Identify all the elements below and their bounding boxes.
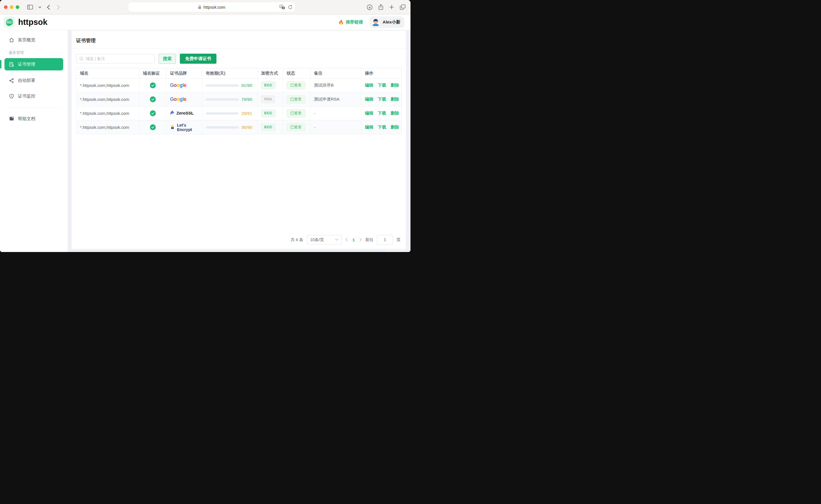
- verified-check-icon: [150, 124, 156, 130]
- validity-progress: [206, 98, 239, 101]
- edit-link[interactable]: 编辑: [365, 125, 373, 130]
- search-input[interactable]: [85, 56, 151, 61]
- zerossl-logo-text: ZeroSSL: [176, 111, 194, 115]
- next-page-button[interactable]: [359, 238, 362, 242]
- sidebar-section-services: 服务管理: [0, 50, 68, 55]
- main-area: 证书管理 搜索 免费申请证书: [68, 30, 410, 252]
- new-tab-icon[interactable]: [389, 5, 394, 9]
- download-link[interactable]: 下载: [378, 111, 386, 116]
- current-page[interactable]: 1: [352, 237, 355, 242]
- page-title: 证书管理: [76, 37, 402, 44]
- page-size-select[interactable]: 10条/页: [307, 235, 342, 244]
- col-brand: 证书品牌: [166, 68, 202, 79]
- share-icon[interactable]: [378, 4, 383, 10]
- search-icon: [79, 57, 84, 61]
- downloads-icon[interactable]: [367, 4, 373, 10]
- col-domain: 域名: [76, 68, 139, 79]
- table-row: *.httpsok.com,httpsok.com Google 78/90 R…: [76, 92, 402, 106]
- domain-cell: *.httpsok.com,httpsok.com: [76, 106, 139, 120]
- delete-link[interactable]: 删除: [391, 83, 399, 88]
- verified-check-icon: [150, 82, 156, 88]
- encryption-badge: ECC: [261, 110, 276, 117]
- back-button[interactable]: [47, 5, 50, 10]
- encryption-badge: ECC: [261, 123, 276, 131]
- referral-link[interactable]: 🔥 推荐链接: [338, 19, 363, 25]
- status-badge: 已签发: [287, 123, 305, 131]
- title-divider: [72, 49, 406, 49]
- httpsok-logo: SSL: [4, 16, 15, 28]
- edit-link[interactable]: 编辑: [365, 111, 373, 116]
- certificate-icon: [9, 62, 14, 67]
- google-logo: Google: [170, 82, 186, 88]
- col-validity: 有效期(天): [202, 68, 258, 79]
- col-actions: 操作: [361, 68, 402, 79]
- verified-check-icon: [150, 96, 156, 102]
- table-header-row: 域名 域名验证 证书品牌 有效期(天) 加密方式 状态 备注 操作: [76, 68, 402, 79]
- sidebar-toggle-icon[interactable]: [27, 5, 33, 9]
- zoom-window-button[interactable]: [16, 5, 19, 9]
- verified-check-icon: [150, 110, 156, 116]
- status-badge: 已签发: [287, 95, 305, 103]
- status-badge: 已签发: [287, 81, 305, 89]
- sidebar-item-overview[interactable]: 首页概览: [0, 34, 68, 46]
- edit-link[interactable]: 编辑: [365, 97, 373, 102]
- remark-cell: -: [310, 106, 361, 120]
- domain-cell: *.httpsok.com,httpsok.com: [76, 79, 139, 92]
- encryption-badge: ECC: [261, 82, 276, 89]
- window-controls: [4, 5, 19, 9]
- col-status: 状态: [283, 68, 310, 79]
- book-icon: [9, 116, 14, 122]
- toolbar: 搜索 免费申请证书: [76, 54, 402, 64]
- toolbar-separator: [36, 4, 36, 10]
- download-link[interactable]: 下载: [378, 125, 386, 130]
- minimize-window-button[interactable]: [10, 5, 13, 9]
- download-link[interactable]: 下载: [378, 97, 386, 102]
- certificates-table: 域名 域名验证 证书品牌 有效期(天) 加密方式 状态 备注 操作: [76, 68, 402, 134]
- deploy-icon: [9, 78, 14, 83]
- user-menu[interactable]: Alex小新: [370, 16, 404, 28]
- tab-overview-icon[interactable]: [400, 4, 405, 10]
- svg-text:文: 文: [283, 7, 285, 9]
- edit-link[interactable]: 编辑: [365, 83, 373, 88]
- sidebar-item-monitor[interactable]: 证书监控: [0, 90, 68, 102]
- status-badge: 已签发: [287, 109, 305, 117]
- sidebar-item-docs[interactable]: 帮助文档: [0, 113, 68, 125]
- chevron-down-icon[interactable]: [38, 6, 41, 8]
- url-text: httpsok.com: [203, 5, 225, 9]
- zerossl-logo-icon: [170, 111, 174, 115]
- lock-icon: [198, 5, 201, 9]
- domain-cell: *.httpsok.com,httpsok.com: [76, 92, 139, 106]
- delete-link[interactable]: 删除: [391, 97, 399, 102]
- goto-label: 前往: [366, 237, 374, 243]
- sidebar-item-deploy[interactable]: 自动部署: [0, 74, 68, 87]
- user-name: Alex小新: [383, 19, 400, 25]
- total-count: 共 4 条: [291, 237, 303, 243]
- reload-icon[interactable]: [288, 5, 293, 9]
- search-button[interactable]: 搜索: [158, 54, 176, 64]
- prev-page-button[interactable]: [345, 238, 348, 242]
- delete-link[interactable]: 删除: [391, 111, 399, 116]
- download-link[interactable]: 下载: [378, 83, 386, 88]
- avatar: [371, 18, 380, 27]
- validity-value: 81/90: [241, 83, 252, 88]
- domain-cell: *.httpsok.com,httpsok.com: [76, 120, 139, 134]
- close-window-button[interactable]: [4, 5, 8, 9]
- validity-value: 36/90: [241, 125, 252, 130]
- translate-icon[interactable]: A 文: [279, 5, 285, 9]
- sidebar-item-certificates[interactable]: 证书管理: [4, 58, 63, 70]
- col-encryption: 加密方式: [258, 68, 283, 79]
- app-header: SSL httpsok 🔥 推荐链接: [0, 15, 410, 30]
- ssl-badge-text: SSL: [7, 21, 12, 23]
- apply-cert-button[interactable]: 免费申请证书: [180, 54, 217, 64]
- validity-progress: [206, 84, 239, 87]
- encryption-badge: RSA: [261, 96, 275, 103]
- address-bar[interactable]: httpsok.com A 文: [128, 2, 295, 12]
- letsencrypt-logo-icon: [170, 125, 175, 130]
- validity-value: 78/90: [241, 97, 252, 102]
- table-row: *.httpsok.com,httpsok.com ZeroSSL 29/91: [76, 106, 402, 120]
- google-logo: Google: [170, 96, 186, 102]
- forward-button[interactable]: [57, 5, 60, 10]
- col-remark: 备注: [310, 68, 361, 79]
- goto-page-input[interactable]: [377, 235, 393, 244]
- delete-link[interactable]: 删除: [391, 125, 399, 130]
